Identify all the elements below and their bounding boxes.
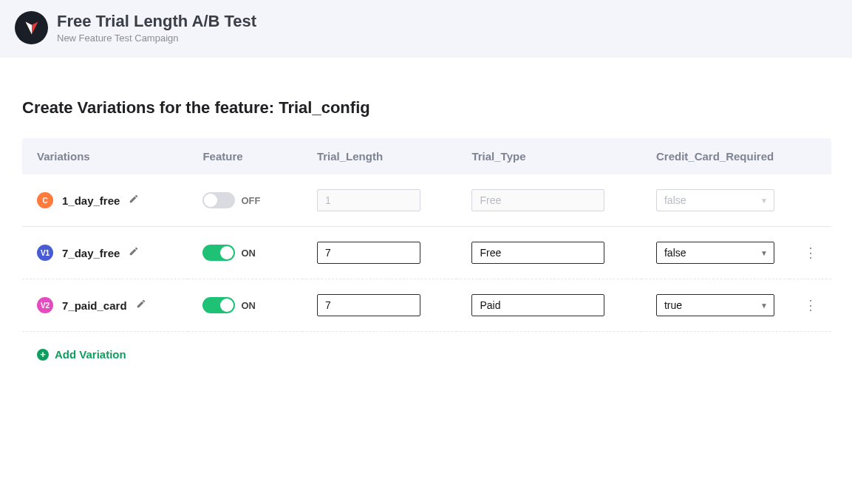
add-variation-button[interactable]: +Add Variation [37,348,817,361]
trial-length-input [317,189,420,211]
plus-circle-icon: + [37,349,49,361]
feature-toggle-label: ON [241,248,256,259]
variation-name: 1_day_free [62,194,120,207]
section-heading: Create Variations for the feature: Trial… [22,98,830,118]
feature-toggle-wrap: ON [202,297,287,313]
cc-required-value: true [664,299,682,311]
chevron-down-icon: ▼ [760,249,768,257]
pencil-icon[interactable] [136,299,146,312]
variation-cell: V17_day_free [37,245,173,261]
col-trial-length: Trial_Length [302,138,457,174]
more-vert-icon[interactable]: ⋮ [804,298,817,313]
feature-toggle-label: OFF [241,195,260,206]
variation-badge: V1 [37,245,53,261]
variation-badge: V2 [37,297,53,313]
feature-toggle[interactable] [202,245,235,261]
cc-required-select[interactable]: false▼ [656,242,774,264]
cc-required-value: false [664,247,686,259]
variation-cell: V27_paid_card [37,297,173,313]
heading-prefix: Create Variations for the feature: [22,98,279,117]
top-bar: Free Trial Length A/B Test New Feature T… [0,0,852,58]
logo-icon [21,18,42,38]
variation-name: 7_paid_card [62,299,127,312]
pencil-icon[interactable] [129,194,139,207]
variation-name: 7_day_free [62,247,120,259]
cc-required-select[interactable]: true▼ [656,294,774,316]
table-row: V17_day_freeONfalse▼⋮ [22,227,831,279]
more-vert-icon[interactable]: ⋮ [804,245,817,260]
col-feature: Feature [188,138,301,174]
top-bar-text: Free Trial Length A/B Test New Feature T… [57,12,256,44]
table-header-row: Variations Feature Trial_Length Trial_Ty… [22,138,831,174]
app-logo [15,11,48,44]
page-subtitle: New Feature Test Campaign [57,33,256,44]
chevron-down-icon: ▼ [760,197,768,205]
table-row: C1_day_freeOFFfalse▼ [22,174,831,227]
feature-toggle-wrap: OFF [202,192,287,208]
feature-toggle[interactable] [202,297,235,313]
variation-cell: C1_day_free [37,192,173,208]
trial-type-input[interactable] [471,242,604,264]
heading-feature-name: Trial_config [279,98,369,117]
trial-type-input[interactable] [471,294,604,316]
trial-type-input [471,189,604,211]
cc-required-value: false [664,194,686,206]
table-row: V27_paid_cardONtrue▼⋮ [22,279,831,332]
variation-badge: C [37,192,53,208]
cc-required-select: false▼ [656,189,774,211]
feature-toggle [202,192,235,208]
page-title: Free Trial Length A/B Test [57,12,256,31]
svg-marker-1 [25,21,31,34]
add-variation-label: Add Variation [55,348,126,361]
col-trial-type: Trial_Type [457,138,641,174]
col-actions [789,138,831,174]
add-variation-row: +Add Variation [22,332,831,376]
variations-table: Variations Feature Trial_Length Trial_Ty… [22,138,831,375]
trial-length-input[interactable] [317,242,420,264]
feature-toggle-label: ON [241,300,256,311]
col-cc-required: Credit_Card_Required [641,138,789,174]
trial-length-input[interactable] [317,294,420,316]
chevron-down-icon: ▼ [760,302,768,310]
feature-toggle-wrap: ON [202,245,287,261]
pencil-icon[interactable] [129,246,139,259]
content-area: Create Variations for the feature: Trial… [0,58,852,398]
col-variations: Variations [22,138,188,174]
